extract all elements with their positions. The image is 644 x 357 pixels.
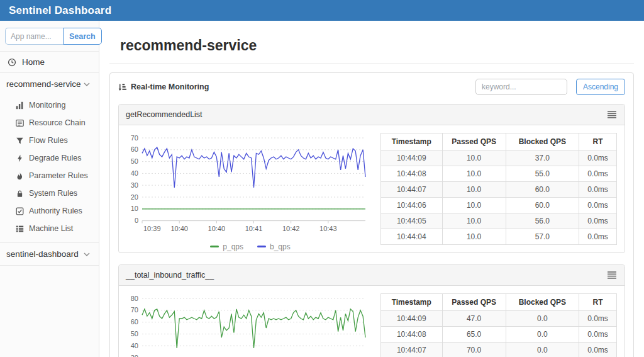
table-header-cell: RT (579, 133, 617, 150)
table-row: 10:44:0947.00.00.0ms (381, 310, 617, 326)
check-icon (16, 207, 24, 215)
sidebar-item-authority-rules[interactable]: Authority Rules (0, 202, 99, 220)
panel-menu-icon[interactable] (606, 110, 618, 120)
sidebar-item-parameter-rules[interactable]: Parameter Rules (0, 167, 99, 184)
table-cell: 0.0ms (579, 326, 617, 342)
app-search-input[interactable] (5, 28, 63, 45)
legend-dash-icon (257, 246, 266, 247)
svg-text:10:40: 10:40 (170, 225, 188, 232)
table-cell: 10:44:07 (381, 342, 443, 357)
sidebar-item-monitoring[interactable]: Monitoring (0, 96, 99, 114)
table-cell: 10.0 (442, 150, 506, 166)
legend-item[interactable]: p_qps (210, 242, 243, 251)
table-cell: 10:44:06 (381, 198, 443, 213)
table-cell: 0.0ms (579, 166, 617, 182)
sidebar-app-recommend-service[interactable]: recommend-service (0, 73, 99, 95)
app-search-button[interactable]: Search (63, 28, 102, 45)
legend-item[interactable]: b_qps (257, 242, 291, 251)
table-cell: 65.0 (442, 326, 506, 342)
table-row: 10:44:0610.060.00.0ms (381, 198, 617, 213)
series-p_qps (142, 309, 365, 348)
table-cell: 10.0 (442, 198, 506, 213)
table-row: 10:44:0865.00.00.0ms (381, 326, 617, 342)
main-content: recommend-service Real-time Monitoring A… (99, 21, 644, 357)
legend-label: b_qps (270, 242, 291, 251)
table-cell: 0.0ms (579, 310, 617, 326)
sidebar-item-home[interactable]: Home (0, 52, 99, 72)
table-row: 10:44:0770.00.00.0ms (381, 342, 617, 357)
sidebar-item-machine-list[interactable]: Machine List (0, 220, 99, 237)
chart-svg: 70605040302010010:3910:4010:4010:4110:42… (125, 133, 372, 235)
sidebar-item-resource-chain[interactable]: Resource Chain (0, 114, 99, 132)
table-header-row: TimestampPassed QPSBlocked QPSRT (381, 133, 617, 150)
chevron-down-icon (84, 79, 90, 89)
chart-svg: 80706050403020100 (125, 293, 372, 357)
list-alt-icon (16, 119, 24, 127)
svg-text:70: 70 (131, 134, 138, 142)
svg-text:10:42: 10:42 (282, 225, 300, 232)
resource-panel-getRecommendedList: getRecommendedList 70605040302010010:391… (118, 104, 625, 253)
monitoring-panel-heading: Real-time Monitoring Ascending (110, 73, 633, 96)
table-cell: 55.0 (506, 166, 579, 182)
table-header-cell: Blocked QPS (506, 293, 579, 310)
flash-icon (16, 154, 24, 162)
svg-text:50: 50 (131, 157, 138, 165)
clock-icon (8, 58, 16, 67)
app-search-group: Search (5, 28, 94, 45)
sidebar-app-sentinel-dashboard[interactable]: sentinel-dashboard (0, 243, 99, 265)
svg-text:30: 30 (131, 181, 138, 189)
realtime-monitoring-panel: Real-time Monitoring Ascending getRecomm… (109, 72, 634, 357)
app-group-label: recommend-service (6, 79, 81, 89)
table-header-cell: Timestamp (381, 293, 443, 310)
sidebar-item-system-rules[interactable]: System Rules (0, 184, 99, 202)
svg-text:80: 80 (131, 294, 138, 302)
svg-text:10:39: 10:39 (143, 225, 161, 232)
legend-label: p_qps (223, 242, 243, 251)
divider (109, 63, 634, 64)
app-group-label: sentinel-dashboard (6, 249, 79, 259)
svg-text:50: 50 (131, 329, 138, 337)
svg-text:10:43: 10:43 (319, 225, 337, 232)
svg-text:60: 60 (131, 318, 138, 326)
sidebar: Search Home recommend-service Monitoring (0, 21, 99, 357)
monitoring-panel-title: Real-time Monitoring (131, 82, 209, 91)
divider (0, 265, 99, 266)
sidebar-item-label: Machine List (29, 224, 73, 233)
svg-text:70: 70 (131, 306, 138, 314)
panel-menu-icon[interactable] (606, 270, 618, 280)
sidebar-item-label: Authority Rules (29, 207, 82, 215)
sidebar-item-degrade-rules[interactable]: Degrade Rules (0, 149, 99, 167)
table-header-cell: Timestamp (381, 133, 443, 150)
qps-line-chart: 70605040302010010:3910:4010:4010:4110:42… (125, 133, 375, 251)
table-cell: 57.0 (506, 229, 579, 245)
table-cell: 60.0 (506, 198, 579, 213)
table-header-cell: Passed QPS (442, 133, 506, 150)
svg-text:0: 0 (135, 217, 138, 224)
table-cell: 60.0 (506, 182, 579, 198)
fire-icon (16, 172, 24, 180)
metrics-table: TimestampPassed QPSBlocked QPSRT10:44:09… (380, 133, 617, 245)
table-cell: 10:44:08 (381, 326, 443, 342)
metrics-table: TimestampPassed QPSBlocked QPSRT10:44:09… (380, 293, 617, 357)
app-title: Sentinel Dashboard (9, 4, 111, 17)
table-cell: 0.0 (506, 342, 579, 357)
legend-dash-icon (210, 246, 219, 247)
table-cell: 0.0ms (579, 229, 617, 245)
svg-text:20: 20 (131, 193, 138, 201)
keyword-input[interactable] (475, 79, 567, 95)
table-header-row: TimestampPassed QPSBlocked QPSRT (381, 293, 617, 310)
sidebar-item-label: Monitoring (29, 101, 65, 110)
table-cell: 0.0 (506, 310, 579, 326)
table-row: 10:44:0810.055.00.0ms (381, 166, 617, 182)
filter-icon (16, 137, 24, 145)
sidebar-item-flow-rules[interactable]: Flow Rules (0, 132, 99, 149)
table-cell: 10:44:05 (381, 213, 443, 229)
ascending-sort-button[interactable]: Ascending (576, 79, 625, 95)
chart-legend: p_qpsb_qps (125, 242, 375, 251)
table-cell: 47.0 (442, 310, 506, 326)
table-header-cell: RT (579, 293, 617, 310)
stats-icon (16, 101, 24, 110)
sidebar-item-label: Home (22, 57, 45, 67)
resource-panel-heading: getRecommendedList (119, 105, 625, 125)
table-cell: 10.0 (442, 213, 506, 229)
